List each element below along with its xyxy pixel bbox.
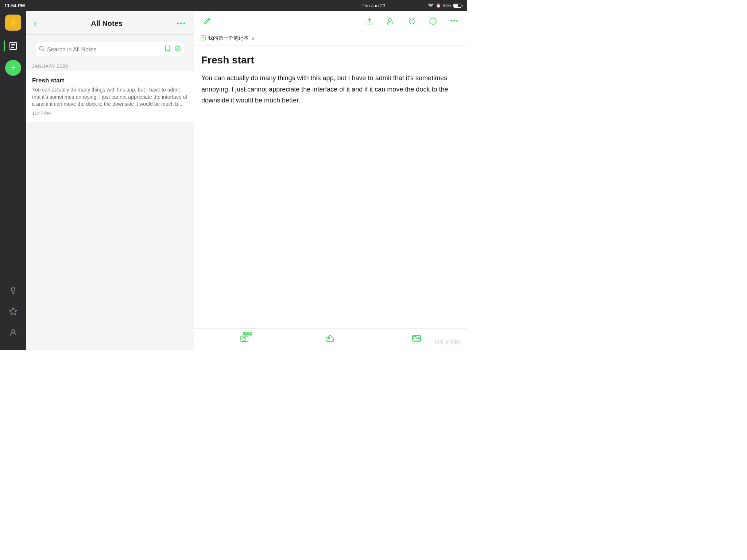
status-icons: ⏰ 63% [428,3,462,8]
section-label: JANUARY 2020 [26,61,194,71]
notes-header: ‹ All Notes ••• [26,11,194,35]
notebook-bar: 我的第一个笔记本 ∨ [194,31,467,46]
svg-marker-8 [9,308,17,315]
wifi-icon [428,3,434,8]
status-time: 11:54 PM [4,3,25,8]
add-icon: + [10,63,16,73]
pen-tool-button[interactable] [200,16,214,27]
bookmark-icon[interactable] [164,45,171,54]
status-bar: 11:54 PM Thu Jan 23 ⏰ 63% [0,0,467,11]
svg-point-4 [11,288,15,291]
panel-title: All Notes [91,19,123,28]
alarm-status-icon: ⏰ [436,3,441,8]
editor-more-button[interactable]: ••• [447,16,461,26]
svg-line-21 [413,18,414,19]
app-logo[interactable]: ⚡ [5,15,21,31]
tag-button[interactable] [324,332,337,347]
ocr-badge: OCR [243,332,252,335]
svg-line-11 [43,50,45,52]
svg-line-19 [412,22,413,22]
note-item-time: 11:47 PM [32,111,188,116]
note-item-title: Fresh start [32,77,188,84]
search-input[interactable] [47,46,162,53]
search-actions [164,45,181,54]
sidebar-item-profile[interactable] [5,324,21,341]
svg-point-10 [40,47,43,50]
sidebar-item-favorites[interactable] [5,303,21,319]
svg-point-9 [12,330,15,332]
notes-panel: ‹ All Notes ••• [26,11,194,350]
svg-rect-29 [241,336,248,342]
svg-line-6 [15,288,16,289]
sidebar-item-ideas[interactable] [5,282,21,298]
note-item-preview: You can actually do many things with thi… [32,86,188,108]
alarm-button[interactable] [405,16,419,27]
search-bar [35,42,185,57]
sidebar-item-notes[interactable] [5,38,21,54]
status-date: Thu Jan 23 [361,3,385,8]
album-button[interactable] [410,332,423,347]
search-icon [39,46,45,53]
svg-line-13 [208,19,209,20]
svg-point-24 [433,19,433,20]
editor-toolbar-bottom: OCR [194,328,467,350]
main-layout: ⚡ + [0,11,467,350]
editor-toolbar-top: ••• [194,11,467,31]
logo-icon: ⚡ [8,18,18,27]
checkmark-circle-icon[interactable] [174,45,181,54]
share-button[interactable] [363,16,376,27]
notebook-name: 我的第一个笔记本 [208,35,249,42]
add-person-button[interactable] [384,16,398,27]
info-button[interactable] [426,16,440,27]
back-button[interactable]: ‹ [32,16,38,31]
battery-percentage: 63% [443,3,451,8]
svg-line-7 [11,288,12,289]
notebook-chevron-icon[interactable]: ∨ [251,35,255,41]
svg-rect-33 [414,337,416,339]
search-bar-wrap [26,35,194,61]
editor-content[interactable]: Fresh start You can actually do many thi… [194,46,467,328]
svg-point-31 [328,337,330,339]
notebook-doc-icon [201,35,206,42]
sidebar: ⚡ + [0,11,26,350]
battery-icon [453,4,462,8]
svg-line-20 [409,18,410,19]
svg-point-30 [243,337,246,340]
note-item[interactable]: Fresh start You can actually do many thi… [26,71,194,122]
svg-point-14 [388,19,391,22]
editor-note-title: Fresh start [201,54,460,66]
add-note-button[interactable]: + [5,60,21,76]
camera-ocr-button[interactable]: OCR [237,332,251,347]
editor-panel: ••• 我的第一个笔记本 ∨ Fresh start You can actua… [194,11,467,350]
editor-note-body: You can actually do many things with thi… [201,73,460,106]
notes-more-button[interactable]: ••• [175,18,188,29]
